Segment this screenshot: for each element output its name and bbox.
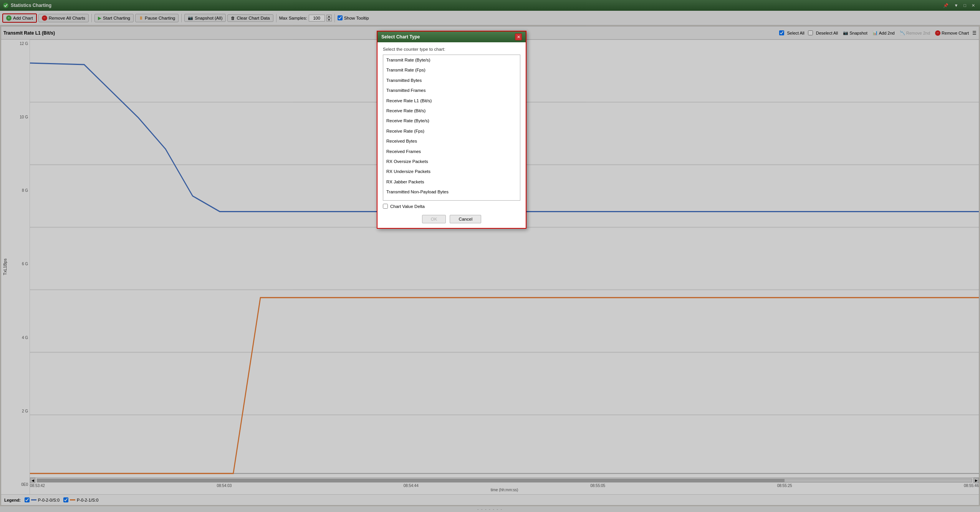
modal-title: Select Chart Type xyxy=(381,34,420,40)
modal-list-item[interactable]: Receive Rate (Bit/s) xyxy=(383,106,520,116)
modal-list-item[interactable]: RX Jabber Packets xyxy=(383,177,520,187)
modal-footer: OK Cancel xyxy=(377,212,526,228)
modal-list-inner: Transmit Rate (Byte/s)Transmit Rate (Fps… xyxy=(383,55,520,201)
modal-list-item[interactable]: RX Undersize Packets xyxy=(383,166,520,176)
chart-value-delta-label: Chart Value Delta xyxy=(390,204,425,209)
modal-close-button[interactable]: ✕ xyxy=(515,33,522,40)
modal-list-item[interactable]: Transmitted Non-Payload Bytes xyxy=(383,187,520,197)
modal-instruction: Select the counter type to chart: xyxy=(383,47,520,52)
cancel-button[interactable]: Cancel xyxy=(450,215,481,223)
modal-list-item[interactable]: Receive Rate (Byte/s) xyxy=(383,116,520,126)
modal-body: Select the counter type to chart: Transm… xyxy=(377,42,526,212)
modal-list[interactable]: Transmit Rate (Byte/s)Transmit Rate (Fps… xyxy=(383,55,520,201)
modal-list-item[interactable]: Transmitted Frames xyxy=(383,85,520,95)
modal-overlay: Select Chart Type ✕ Select the counter t… xyxy=(0,0,980,512)
ok-button[interactable]: OK xyxy=(422,215,446,223)
modal-list-item[interactable]: Transmitted Bytes xyxy=(383,75,520,85)
modal-list-item[interactable]: Transmit Rate (Byte/s) xyxy=(383,55,520,65)
modal-list-item[interactable]: Receive Rate (Fps) xyxy=(383,126,520,136)
modal-titlebar: Select Chart Type ✕ xyxy=(377,32,526,42)
modal-dialog: Select Chart Type ✕ Select the counter t… xyxy=(377,31,526,229)
modal-list-item[interactable]: Transmit Rate (Fps) xyxy=(383,65,520,75)
modal-list-item[interactable]: Received Frames xyxy=(383,146,520,156)
modal-list-item[interactable]: Receive Rate L1 (Bit/s) xyxy=(383,96,520,106)
chart-value-delta-area: Chart Value Delta xyxy=(383,204,520,209)
modal-list-item[interactable]: Received Bytes xyxy=(383,136,520,146)
modal-list-item[interactable]: RX Oversize Packets xyxy=(383,156,520,166)
chart-value-delta-checkbox[interactable] xyxy=(383,204,388,209)
modal-list-item[interactable]: Transmitted Non-Payload Frames xyxy=(383,197,520,201)
